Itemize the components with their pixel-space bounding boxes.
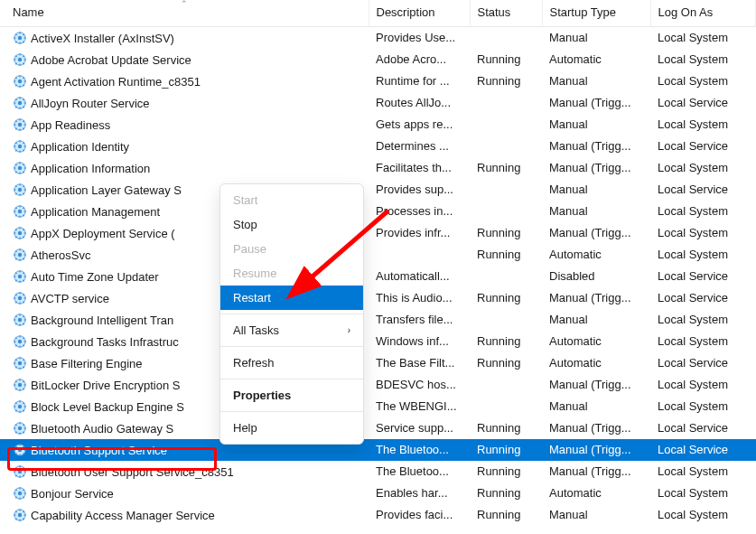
gear-icon (13, 161, 27, 175)
table-row[interactable]: Background Intelligent TranTransfers fil… (0, 309, 756, 331)
gear-icon (13, 96, 27, 110)
col-name-label: Name (13, 5, 44, 19)
table-row[interactable]: ActiveX Installer (AxInstSV)Provides Use… (0, 27, 756, 49)
menu-all-tasks[interactable]: All Tasks › (220, 318, 363, 342)
table-row[interactable]: Application InformationFacilitates th...… (0, 157, 756, 179)
cell-logon: Local System (650, 70, 756, 92)
svg-rect-73 (19, 193, 20, 195)
svg-point-181 (18, 426, 22, 429)
table-row[interactable]: Bonjour ServiceEnables har...RunningAuto… (0, 482, 756, 504)
service-name: Background Intelligent Tran (31, 314, 173, 327)
svg-rect-72 (19, 183, 20, 185)
table-row[interactable]: Block Level Backup Engine SThe WBENGI...… (0, 396, 756, 417)
service-name: BitLocker Drive Encryption S (31, 379, 180, 392)
cell-status (470, 374, 542, 396)
table-row[interactable]: Application ManagementProcesses in...Man… (0, 201, 756, 222)
table-row[interactable]: App ReadinessGets apps re...ManualLocal … (0, 114, 756, 136)
svg-rect-63 (19, 172, 20, 173)
service-name: Auto Time Zone Updater (31, 270, 159, 284)
svg-rect-194 (14, 449, 15, 450)
col-name[interactable]: Name ⌃ (0, 0, 369, 27)
cell-logon: Local System (650, 114, 756, 136)
table-row[interactable]: Background Tasks InfrastrucWindows inf..… (0, 331, 756, 352)
svg-point-91 (18, 230, 22, 234)
table-row[interactable]: Bluetooth Support ServiceThe Bluetoo...R… (0, 439, 756, 461)
svg-rect-3 (19, 42, 20, 43)
svg-rect-123 (19, 302, 20, 304)
svg-rect-64 (14, 167, 15, 168)
cell-name: App Readiness (0, 114, 369, 136)
menu-start: Start (220, 188, 363, 212)
table-row[interactable]: Bluetooth User Support Service_c8351The … (0, 461, 756, 482)
cell-startup: Manual (542, 201, 650, 222)
cell-logon: Local Service (650, 92, 756, 114)
cell-logon: Local System (650, 331, 756, 352)
svg-rect-85 (24, 211, 26, 211)
svg-rect-15 (24, 59, 26, 60)
table-row[interactable]: Bluetooth Audio Gateway SService supp...… (0, 417, 756, 439)
svg-rect-154 (14, 362, 15, 363)
menu-refresh[interactable]: Refresh (220, 351, 363, 375)
service-name: Base Filtering Engine (31, 357, 143, 370)
table-row[interactable]: Capability Access Manager ServiceProvide… (0, 504, 756, 526)
svg-rect-204 (14, 471, 15, 472)
menu-properties[interactable]: Properties (220, 383, 363, 408)
table-row[interactable]: Agent Activation Runtime_c8351Runtime fo… (0, 70, 756, 92)
cell-status (470, 27, 542, 49)
svg-rect-183 (19, 432, 20, 434)
menu-restart[interactable]: Restart (220, 286, 363, 310)
table-row[interactable]: Adobe Acrobat Update ServiceAdobe Acro..… (0, 49, 756, 70)
cell-logon: Local Service (650, 439, 756, 461)
cell-description: Facilitates th... (369, 157, 470, 179)
table-row[interactable]: Application IdentityDetermines ...Manual… (0, 136, 756, 157)
service-name: Bluetooth Support Service (31, 444, 167, 457)
cell-logon: Local System (650, 222, 756, 244)
table-row[interactable]: AppX Deployment Service (Provides infr..… (0, 222, 756, 244)
svg-point-131 (18, 317, 22, 321)
col-startup[interactable]: Startup Type (542, 0, 650, 27)
svg-point-221 (18, 512, 22, 516)
svg-rect-83 (19, 215, 20, 217)
cell-status: Running (470, 331, 542, 352)
svg-point-71 (18, 187, 22, 191)
context-menu[interactable]: Start Stop Pause Resume Restart All Task… (219, 183, 364, 445)
menu-stop[interactable]: Stop (220, 212, 363, 237)
svg-rect-74 (14, 189, 15, 190)
svg-rect-43 (19, 128, 20, 130)
cell-description: Provides faci... (369, 504, 470, 526)
svg-rect-142 (19, 335, 20, 337)
col-description[interactable]: Description (369, 0, 470, 27)
gear-icon (13, 139, 27, 154)
cell-description: Transfers file... (369, 309, 470, 331)
service-name: App Readiness (31, 118, 110, 132)
col-logon[interactable]: Log On As (650, 0, 756, 27)
svg-rect-75 (24, 189, 26, 190)
col-status[interactable]: Status (470, 0, 542, 27)
menu-help[interactable]: Help (220, 416, 363, 440)
gear-icon (13, 248, 27, 262)
menu-separator (220, 411, 363, 412)
gear-icon (13, 74, 27, 89)
cell-startup: Manual (Trigg... (542, 92, 650, 114)
cell-status: Running (470, 157, 542, 179)
cell-description: The Bluetoo... (369, 461, 470, 482)
cell-status (470, 179, 542, 201)
cell-startup: Manual (Trigg... (542, 417, 650, 439)
table-row[interactable]: Auto Time Zone UpdaterAutomaticall...Dis… (0, 266, 756, 287)
table-row[interactable]: AllJoyn Router ServiceRoutes AllJo...Man… (0, 92, 756, 114)
cell-name: ActiveX Installer (AxInstSV) (0, 27, 369, 49)
table-row[interactable]: AVCTP serviceThis is Audio...RunningManu… (0, 287, 756, 309)
menu-separator (220, 379, 363, 379)
table-row[interactable]: Application Layer Gateway SProvides sup.… (0, 179, 756, 201)
service-name: Application Layer Gateway S (31, 183, 182, 197)
cell-status: Running (470, 439, 542, 461)
service-name: Block Level Backup Engine S (31, 400, 184, 414)
table-row[interactable]: BitLocker Drive Encryption SBDESVC hos..… (0, 374, 756, 396)
gear-icon (13, 356, 27, 370)
cell-logon: Local Service (650, 179, 756, 201)
menu-separator (220, 346, 363, 347)
table-row[interactable]: Base Filtering EngineThe Base Filt...Run… (0, 352, 756, 374)
table-row[interactable]: AtherosSvcRunningAutomaticLocal System (0, 244, 756, 266)
svg-rect-184 (14, 427, 15, 428)
service-name: AtherosSvc (31, 248, 90, 262)
